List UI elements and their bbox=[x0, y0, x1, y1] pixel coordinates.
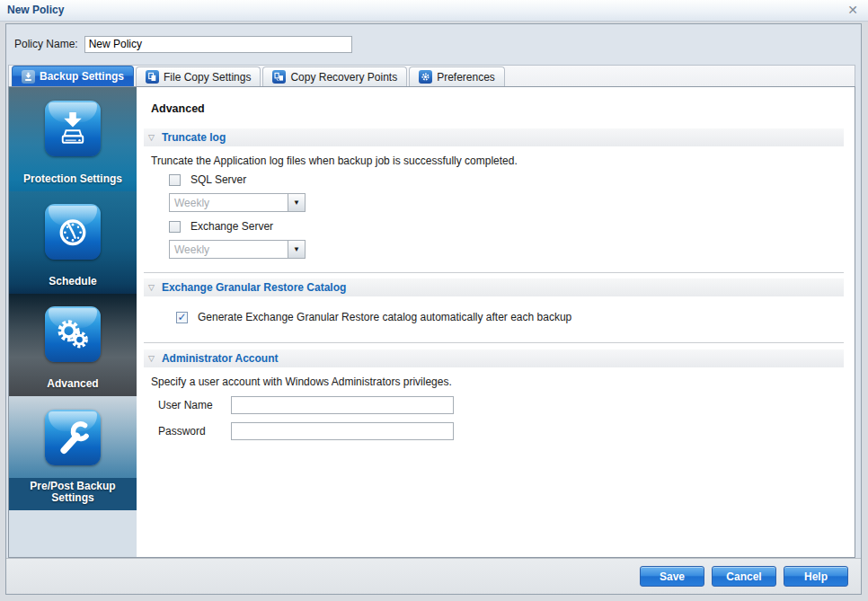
tab-label: Preferences bbox=[437, 71, 495, 84]
new-policy-dialog: Policy Name: Backup Settings File Copy S… bbox=[5, 23, 862, 595]
password-input[interactable] bbox=[231, 422, 454, 440]
gears-icon bbox=[45, 306, 101, 362]
chevron-down-icon: ▼ bbox=[293, 245, 300, 253]
tab-label: Copy Recovery Points bbox=[290, 71, 397, 84]
exchange-server-row: Exchange Server bbox=[169, 220, 855, 233]
section-divider bbox=[144, 272, 844, 273]
tab-strip: Backup Settings File Copy Settings Copy … bbox=[8, 65, 855, 86]
sql-server-row: SQL Server bbox=[169, 173, 855, 186]
footer-bar: Save Cancel Help bbox=[6, 558, 861, 594]
password-row: Password bbox=[158, 422, 855, 440]
dialog-body: Protection Settings bbox=[8, 86, 855, 558]
collapse-triangle-icon: ▽ bbox=[148, 355, 155, 363]
sidebar-filler bbox=[9, 510, 137, 557]
tab-label: File Copy Settings bbox=[164, 71, 251, 84]
admin-description: Specify a user account with Windows Admi… bbox=[151, 376, 844, 388]
sidebar-item-schedule[interactable]: Schedule bbox=[9, 191, 137, 294]
backup-settings-icon bbox=[22, 70, 35, 84]
sql-server-label: SQL Server bbox=[190, 173, 246, 186]
policy-name-row: Policy Name: bbox=[6, 24, 861, 55]
wrench-icon bbox=[45, 410, 101, 465]
tab-file-copy-settings[interactable]: File Copy Settings bbox=[136, 66, 261, 86]
section-title: Truncate log bbox=[162, 131, 226, 144]
policy-name-label: Policy Name: bbox=[14, 38, 78, 50]
sidebar-item-label: Advanced bbox=[9, 375, 137, 396]
tab-label: Backup Settings bbox=[40, 70, 124, 83]
checkmark-icon: ✓ bbox=[177, 313, 186, 322]
section-title: Exchange Granular Restore Catalog bbox=[162, 281, 346, 294]
username-row: User Name bbox=[158, 396, 855, 414]
section-divider bbox=[144, 342, 844, 343]
sidebar-item-label: Pre/Post Backup Settings bbox=[9, 478, 137, 510]
clock-icon bbox=[45, 204, 101, 260]
sql-frequency-value: Weekly bbox=[170, 194, 288, 211]
section-title: Administrator Account bbox=[162, 352, 279, 365]
policy-name-input[interactable] bbox=[84, 36, 352, 53]
sidebar-item-label: Protection Settings bbox=[9, 170, 137, 191]
egr-catalog-label: Generate Exchange Granular Restore catal… bbox=[198, 311, 571, 323]
exchange-server-checkbox[interactable] bbox=[169, 221, 181, 233]
preferences-icon bbox=[419, 70, 432, 84]
dropdown-button[interactable]: ▼ bbox=[288, 194, 305, 211]
sidebar-item-label: Schedule bbox=[9, 272, 137, 294]
save-button[interactable]: Save bbox=[640, 566, 704, 587]
tab-preferences[interactable]: Preferences bbox=[409, 66, 505, 86]
exchange-frequency-dropdown[interactable]: Weekly ▼ bbox=[169, 240, 306, 259]
sidebar: Protection Settings bbox=[9, 87, 137, 557]
chevron-down-icon: ▼ bbox=[293, 199, 300, 207]
close-icon[interactable]: ✕ bbox=[847, 3, 858, 17]
dropdown-button[interactable]: ▼ bbox=[288, 241, 305, 258]
collapse-triangle-icon: ▽ bbox=[148, 134, 155, 142]
sql-server-checkbox[interactable] bbox=[169, 174, 181, 186]
help-button[interactable]: Help bbox=[784, 566, 848, 587]
exchange-frequency-value: Weekly bbox=[170, 241, 288, 258]
egr-catalog-checkbox[interactable]: ✓ bbox=[176, 312, 188, 323]
section-header-egr-catalog[interactable]: ▽ Exchange Granular Restore Catalog bbox=[144, 278, 844, 296]
drive-download-icon bbox=[45, 101, 101, 156]
window-titlebar: New Policy ✕ bbox=[0, 0, 868, 22]
username-label: User Name bbox=[158, 399, 231, 411]
egr-catalog-row: ✓ Generate Exchange Granular Restore cat… bbox=[176, 311, 855, 323]
section-header-truncate-log[interactable]: ▽ Truncate log bbox=[144, 128, 844, 146]
tab-copy-recovery-points[interactable]: Copy Recovery Points bbox=[262, 66, 407, 86]
sql-frequency-dropdown[interactable]: Weekly ▼ bbox=[169, 193, 306, 212]
section-header-administrator-account[interactable]: ▽ Administrator Account bbox=[144, 349, 844, 367]
sidebar-item-protection-settings[interactable]: Protection Settings bbox=[9, 87, 137, 191]
sidebar-item-pre-post-backup-settings[interactable]: Pre/Post Backup Settings bbox=[9, 396, 137, 510]
username-input[interactable] bbox=[231, 396, 454, 414]
copy-recovery-points-icon bbox=[272, 70, 286, 84]
sidebar-item-advanced[interactable]: Advanced bbox=[9, 294, 137, 396]
content-pane: Advanced ▽ Truncate log Truncate the App… bbox=[137, 87, 855, 557]
window-title: New Policy bbox=[7, 4, 64, 16]
truncate-description: Truncate the Application log files when … bbox=[151, 155, 844, 167]
cancel-button[interactable]: Cancel bbox=[712, 566, 776, 587]
exchange-server-label: Exchange Server bbox=[190, 220, 273, 233]
page-title: Advanced bbox=[151, 102, 855, 115]
collapse-triangle-icon: ▽ bbox=[148, 284, 155, 292]
password-label: Password bbox=[158, 425, 231, 437]
tab-backup-settings[interactable]: Backup Settings bbox=[12, 66, 134, 86]
file-copy-settings-icon bbox=[146, 70, 159, 84]
